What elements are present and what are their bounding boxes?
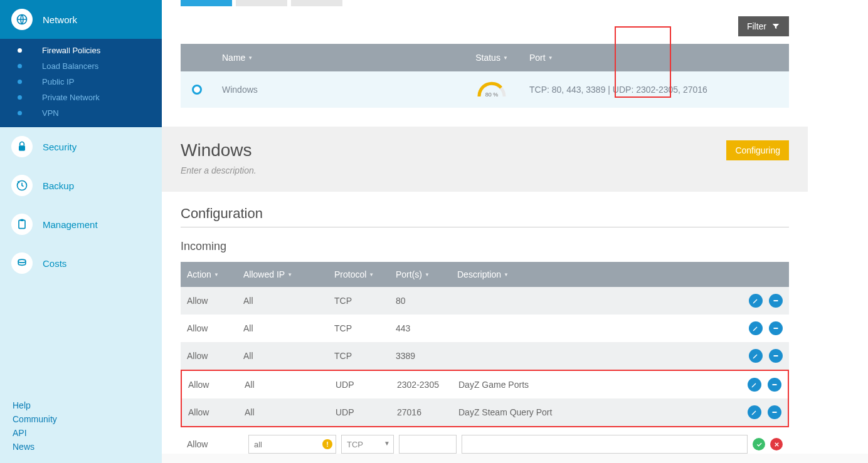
col-allowed-ip[interactable]: Allowed IP▼ <box>243 269 334 279</box>
sidebar-item-label: Network <box>43 14 77 25</box>
warning-icon: ! <box>322 439 332 449</box>
subnav-private-network[interactable]: Private Network <box>0 90 162 105</box>
policy-status: 80 % <box>454 81 529 98</box>
sidebar: Network Firewall Policies Load Balancers… <box>0 0 162 463</box>
footer-news[interactable]: News <box>13 440 57 454</box>
close-icon <box>773 441 780 448</box>
pencil-icon <box>752 297 760 304</box>
col-ports[interactable]: Port(s)▼ <box>396 269 457 279</box>
col-name[interactable]: Name▼ <box>222 53 454 63</box>
edit-button[interactable] <box>749 294 763 308</box>
col-status[interactable]: Status▼ <box>454 53 529 63</box>
network-subnav: Firewall Policies Load Balancers Public … <box>0 39 162 127</box>
subnav-vpn[interactable]: VPN <box>0 105 162 121</box>
svg-rect-9 <box>773 384 777 385</box>
description-input[interactable] <box>462 435 748 454</box>
sidebar-item-management[interactable]: Management <box>0 205 162 244</box>
remove-button[interactable] <box>769 349 783 363</box>
detail-title: Windows <box>181 140 257 160</box>
svg-rect-6 <box>774 300 778 301</box>
rule-row: Allow All TCP 3389 <box>181 342 789 370</box>
filter-icon <box>771 22 780 31</box>
tabs <box>162 0 808 11</box>
footer-help[interactable]: Help <box>13 398 57 412</box>
minus-icon <box>772 297 780 304</box>
rule-row: Allow All TCP 443 <box>181 315 789 342</box>
rule-row: Allow All UDP 27016 DayZ Steam Query Por… <box>182 398 788 426</box>
edit-button[interactable] <box>748 405 761 419</box>
radio-selected-icon[interactable] <box>192 85 202 95</box>
sidebar-item-security[interactable]: Security <box>0 127 162 166</box>
main-content: Filter Name▼ Status▼ Port▼ Windows <box>162 0 868 463</box>
col-protocol[interactable]: Protocol▼ <box>334 269 396 279</box>
minus-icon <box>772 352 780 360</box>
edit-button[interactable] <box>748 378 761 392</box>
svg-rect-3 <box>19 220 25 228</box>
sidebar-footer: Help Community API News <box>13 398 57 454</box>
footer-community[interactable]: Community <box>13 412 57 426</box>
rule-row: Allow All TCP 80 <box>181 287 789 315</box>
tab-2[interactable] <box>236 0 287 6</box>
minus-icon <box>771 408 778 416</box>
footer-api[interactable]: API <box>13 426 57 440</box>
svg-rect-1 <box>19 145 25 150</box>
subnav-public-ip[interactable]: Public IP <box>0 74 162 90</box>
chevron-down-icon: ▼ <box>384 440 390 447</box>
rule-row: Allow All UDP 2302-2305 DayZ Game Ports <box>182 371 788 398</box>
network-icon <box>11 9 33 30</box>
tab-3[interactable] <box>291 0 342 6</box>
edit-button[interactable] <box>749 349 763 363</box>
confirm-button[interactable] <box>753 438 765 450</box>
status-badge: Configuring <box>726 140 789 160</box>
remove-button[interactable] <box>769 294 783 308</box>
pencil-icon <box>751 408 758 416</box>
tab-active[interactable] <box>181 0 232 6</box>
svg-rect-4 <box>21 219 24 221</box>
svg-rect-8 <box>774 355 778 356</box>
svg-rect-7 <box>774 328 778 329</box>
description-placeholder[interactable]: Enter a description. <box>181 165 257 175</box>
highlight-annotation: Allow All UDP 2302-2305 DayZ Game Ports <box>181 370 789 427</box>
svg-point-5 <box>18 259 26 263</box>
clipboard-icon <box>11 214 33 235</box>
subnav-load-balancers[interactable]: Load Balancers <box>0 58 162 74</box>
col-description[interactable]: Description▼ <box>457 269 733 279</box>
policy-name: Windows <box>222 85 454 95</box>
new-rule-row: Allow ! ▼ <box>181 427 789 454</box>
coins-icon <box>11 252 33 274</box>
incoming-heading: Incoming <box>181 240 789 253</box>
configuration-heading: Configuration <box>181 205 789 227</box>
rules-table: Action▼ Allowed IP▼ Protocol▼ Port(s)▼ D… <box>181 262 789 454</box>
new-rule-action: Allow <box>187 439 243 449</box>
subnav-firewall-policies[interactable]: Firewall Policies <box>0 43 162 58</box>
lock-icon <box>11 136 33 157</box>
sort-caret-icon: ▼ <box>248 55 253 61</box>
policy-row[interactable]: Windows 80 % TCP: 80, 443, 3389 | UDP: 2… <box>181 71 789 108</box>
edit-button[interactable] <box>749 321 763 335</box>
filter-button[interactable]: Filter <box>738 16 789 36</box>
remove-button[interactable] <box>768 405 781 419</box>
backup-icon <box>11 175 33 196</box>
col-port[interactable]: Port▼ <box>529 53 778 63</box>
sidebar-item-costs[interactable]: Costs <box>0 244 162 283</box>
sidebar-item-backup[interactable]: Backup <box>0 166 162 205</box>
remove-button[interactable] <box>769 321 783 335</box>
col-action[interactable]: Action▼ <box>187 269 243 279</box>
pencil-icon <box>752 352 760 360</box>
policy-ports: TCP: 80, 443, 3389 | UDP: 2302-2305, 270… <box>529 85 778 95</box>
ports-input[interactable] <box>399 435 457 454</box>
policies-table: Name▼ Status▼ Port▼ Windows 80 % <box>181 44 789 108</box>
pencil-icon <box>751 381 758 388</box>
check-icon <box>756 441 763 448</box>
svg-rect-10 <box>773 412 777 413</box>
minus-icon <box>771 381 778 388</box>
pencil-icon <box>752 325 760 332</box>
sidebar-item-network[interactable]: Network <box>0 0 162 39</box>
remove-button[interactable] <box>768 378 781 392</box>
cancel-button[interactable] <box>770 438 783 450</box>
sort-caret-icon: ▼ <box>548 55 553 61</box>
sort-caret-icon: ▼ <box>503 55 508 61</box>
minus-icon <box>772 325 780 332</box>
